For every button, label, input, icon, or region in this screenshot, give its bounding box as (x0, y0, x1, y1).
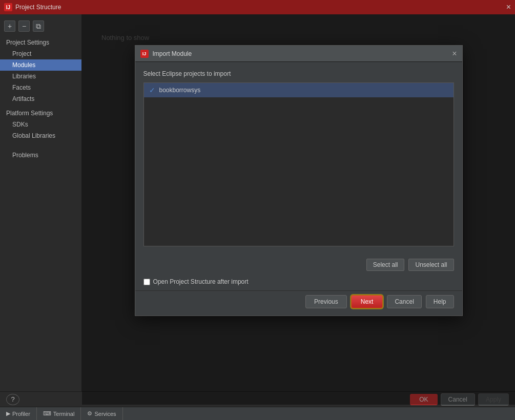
window-title: Project Structure (15, 4, 61, 11)
project-name: bookborrowsys (159, 87, 201, 94)
title-bar: IJ Project Structure × (0, 0, 515, 14)
import-module-dialog: IJ Import Module × Select Eclipse projec… (135, 45, 463, 316)
open-after-import-label: Open Project Structure after import (153, 278, 249, 285)
sidebar-item-modules[interactable]: Modules (0, 59, 81, 71)
status-bar: ▶ Profiler ⌨ Terminal ⚙ Services (0, 407, 515, 420)
remove-button[interactable]: − (18, 20, 30, 32)
unselect-all-button[interactable]: Unselect all (408, 259, 454, 271)
project-list: ✓ bookborrowsys (143, 82, 454, 246)
modal-action-row: Previous Next Cancel Help (135, 290, 462, 316)
check-icon: ✓ (149, 86, 155, 94)
sidebar-item-artifacts[interactable]: Artifacts (0, 93, 81, 104)
sidebar-item-problems[interactable]: Problems (0, 150, 81, 161)
sidebar-item-libraries[interactable]: Libraries (0, 71, 81, 82)
terminal-label: Terminal (53, 411, 75, 417)
services-tab[interactable]: ⚙ Services (81, 407, 122, 420)
window-close-button[interactable]: × (506, 3, 511, 11)
add-button[interactable]: + (4, 20, 15, 32)
content-area: Nothing to show IJ Import Module × Selec… (82, 14, 515, 405)
terminal-icon: ⌨ (43, 410, 51, 417)
modal-title-bar: IJ Import Module × (135, 46, 462, 62)
modal-body: Select Eclipse projects to import ✓ book… (135, 62, 462, 255)
services-icon: ⚙ (87, 410, 92, 417)
modal-footer-row: Select all Unselect all (135, 255, 462, 275)
main-container: + − ⧉ Project Settings Project Modules L… (0, 14, 515, 405)
modal-overlay: IJ Import Module × Select Eclipse projec… (82, 14, 515, 405)
modal-close-button[interactable]: × (452, 49, 457, 58)
sidebar-nav-row: + − ⧉ (0, 18, 81, 34)
platform-settings-label: Platform Settings (0, 104, 81, 119)
project-settings-label: Project Settings (0, 34, 81, 48)
profiler-label: Profiler (12, 411, 30, 417)
profiler-icon: ▶ (6, 410, 10, 417)
cancel-button[interactable]: Cancel (387, 295, 421, 308)
modal-subtitle: Select Eclipse projects to import (143, 70, 454, 77)
terminal-tab[interactable]: ⌨ Terminal (37, 407, 81, 420)
copy-button[interactable]: ⧉ (33, 20, 44, 32)
sidebar-item-global-libraries[interactable]: Global Libraries (0, 130, 81, 141)
modal-title: Import Module (153, 50, 192, 57)
next-button[interactable]: Next (351, 295, 383, 308)
previous-button[interactable]: Previous (305, 295, 347, 308)
open-after-import-checkbox[interactable] (143, 279, 150, 285)
sidebar-item-project[interactable]: Project (0, 48, 81, 59)
services-label: Services (94, 411, 116, 417)
project-list-item[interactable]: ✓ bookborrowsys (144, 83, 454, 97)
sidebar-item-sdks[interactable]: SDKs (0, 119, 81, 130)
app-icon: IJ (4, 3, 12, 11)
select-all-button[interactable]: Select all (366, 259, 405, 271)
modal-checkbox-row: Open Project Structure after import (135, 275, 462, 290)
sidebar-item-facets[interactable]: Facets (0, 82, 81, 93)
sidebar: + − ⧉ Project Settings Project Modules L… (0, 14, 82, 405)
modal-app-icon: IJ (140, 50, 149, 58)
help-button[interactable]: Help (426, 295, 454, 308)
profiler-tab[interactable]: ▶ Profiler (0, 407, 37, 420)
window-help-button[interactable]: ? (6, 394, 19, 405)
